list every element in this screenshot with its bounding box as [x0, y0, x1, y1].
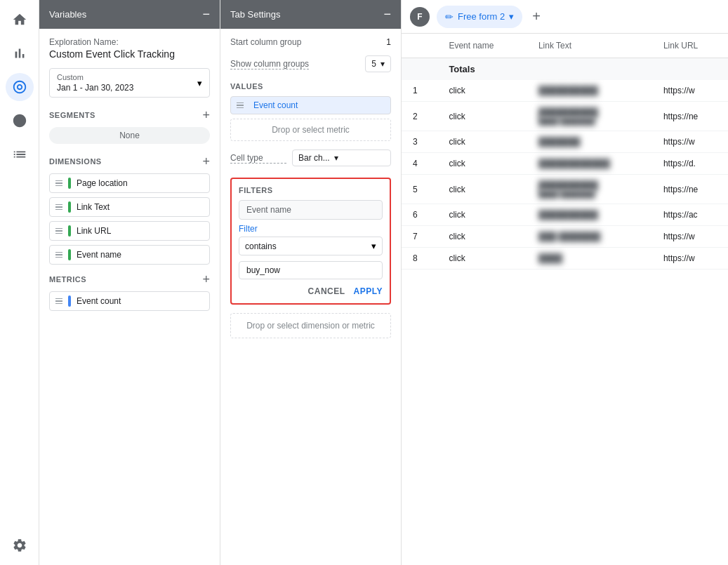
add-segment-button[interactable]: + — [202, 109, 210, 121]
col-header-link-text: Link Text — [527, 34, 652, 58]
dimension-link-url[interactable]: Link URL — [49, 221, 210, 241]
link-url-4[interactable]: https://d. — [652, 153, 728, 175]
date-range-label: Custom — [57, 73, 133, 81]
metric-event-count[interactable]: Event count — [49, 291, 210, 311]
row-num-3: 3 — [402, 131, 437, 153]
show-column-groups-value: 5 — [371, 59, 376, 69]
link-url-3[interactable]: https://w — [652, 131, 728, 153]
segments-section-header: SEGMENTS + — [49, 109, 210, 121]
filter-cancel-button[interactable]: CANCEL — [308, 286, 345, 296]
filter-actions: CANCEL APPLY — [239, 286, 383, 296]
link-text-8: ████ — [527, 248, 652, 270]
home-icon[interactable] — [6, 6, 34, 34]
dimension-event-name[interactable]: Event name — [49, 245, 210, 265]
filter-apply-button[interactable]: APPLY — [354, 286, 383, 296]
tab-settings-header: Tab Settings − — [220, 0, 401, 29]
chevron-down-icon: ▾ — [380, 59, 385, 69]
data-table: Event name Link Text Link URL Totals 1 c… — [402, 34, 728, 270]
totals-label: Totals — [437, 58, 527, 81]
metrics-title: METRICS — [49, 275, 86, 284]
dimensions-section-header: DIMENSIONS + — [49, 155, 210, 168]
drag-handle-link-text — [55, 204, 62, 211]
drop-dimension-box[interactable]: Drop or select dimension or metric — [230, 313, 391, 338]
add-dimension-button[interactable]: + — [202, 155, 210, 168]
add-tab-button[interactable]: + — [525, 6, 548, 28]
event-name-8: click — [437, 248, 527, 270]
start-column-group-label: Start column group — [230, 37, 301, 47]
free-form-tab[interactable]: ✏ Free form 2 ▾ — [437, 6, 522, 28]
dimension-page-location[interactable]: Page location — [49, 173, 210, 193]
main-content: F ✏ Free form 2 ▾ + Event name Link Text… — [402, 0, 728, 565]
filter-operator-chevron-icon: ▾ — [371, 241, 376, 251]
totals-row-empty — [402, 58, 437, 81]
left-navigation — [0, 0, 39, 565]
event-name-7: click — [437, 226, 527, 248]
metrics-section-header: METRICS + — [49, 273, 210, 286]
explore-icon[interactable] — [6, 73, 34, 101]
date-range-selector[interactable]: Custom Jan 1 - Jan 30, 2023 ▾ — [49, 68, 210, 98]
event-count-value-pill[interactable]: Event count — [230, 96, 391, 114]
filter-label: Filter — [239, 224, 383, 234]
tab-settings-minimize-btn[interactable]: − — [383, 7, 391, 22]
link-url-7[interactable]: https://w — [652, 226, 728, 248]
totals-row: Totals — [402, 58, 728, 81]
bar-ch-value: Bar ch... — [298, 153, 330, 163]
show-column-groups-row: Show column groups 5 ▾ — [230, 55, 391, 72]
table-row: 4 click ████████████ https://d. — [402, 153, 728, 175]
add-metric-button[interactable]: + — [202, 273, 210, 286]
event-name-4: click — [437, 153, 527, 175]
chart-icon[interactable] — [6, 39, 34, 67]
data-table-area: Event name Link Text Link URL Totals 1 c… — [402, 34, 728, 565]
cell-type-row: Cell type Bar ch... ▾ — [230, 149, 391, 166]
link-text-2: ██████████ ████ ███████ — [527, 102, 652, 131]
dimension-page-location-label: Page location — [77, 178, 128, 188]
link-url-6[interactable]: https://ac — [652, 204, 728, 226]
filter-value-input[interactable]: buy_now — [239, 261, 383, 279]
drag-handle-event-name — [55, 252, 62, 258]
filter-event-name-field[interactable]: Event name — [239, 200, 383, 220]
pencil-icon: ✏ — [445, 11, 454, 22]
dimension-link-url-label: Link URL — [77, 226, 111, 236]
filter-operator-value: contains — [245, 241, 371, 251]
table-header-row: Event name Link Text Link URL — [402, 34, 728, 58]
col-header-event-name: Event name — [437, 34, 527, 58]
link-url-5[interactable]: https://ne — [652, 175, 728, 204]
link-url-2[interactable]: https://ne — [652, 102, 728, 131]
segments-title: SEGMENTS — [49, 111, 95, 119]
target-icon[interactable] — [6, 107, 34, 135]
totals-link-text — [527, 58, 652, 81]
tab-dropdown-chevron-icon[interactable]: ▾ — [509, 11, 514, 22]
dimensions-title: DIMENSIONS — [49, 157, 102, 166]
link-text-5: ██████████ ████ ███████ — [527, 175, 652, 204]
event-name-1: click — [437, 80, 527, 102]
table-row: 7 click ███ ███████ https://w — [402, 226, 728, 248]
drag-handle-event-count-pill — [237, 102, 244, 109]
filter-operator-dropdown[interactable]: contains ▾ — [239, 237, 383, 255]
cell-type-dropdown[interactable]: Bar ch... ▾ — [292, 149, 391, 166]
variables-minimize-btn[interactable]: − — [202, 7, 210, 22]
drop-metric-box[interactable]: Drop or select metric — [230, 119, 391, 141]
link-text-1: ██████████ — [527, 80, 652, 102]
metric-event-count-label: Event count — [77, 296, 121, 306]
row-num-1: 1 — [402, 80, 437, 102]
segment-none: None — [49, 127, 210, 144]
event-name-5: click — [437, 175, 527, 204]
settings-icon[interactable] — [6, 531, 34, 559]
row-num-2: 2 — [402, 102, 437, 131]
cell-type-chevron-icon: ▾ — [334, 153, 338, 163]
dimension-link-text[interactable]: Link Text — [49, 197, 210, 217]
date-range-chevron-icon: ▾ — [197, 78, 202, 88]
link-text-4: ████████████ — [527, 153, 652, 175]
show-column-groups-dropdown[interactable]: 5 ▾ — [365, 55, 391, 72]
dim-color-link-text — [68, 201, 71, 213]
col-header-link-url: Link URL — [652, 34, 728, 58]
link-text-6: ██████████ — [527, 204, 652, 226]
col-header-row-num — [402, 34, 437, 58]
link-url-1[interactable]: https://w — [652, 80, 728, 102]
exploration-label: Exploration Name: — [49, 37, 210, 47]
start-column-group-row: Start column group 1 — [230, 37, 391, 47]
tab-settings-panel: Tab Settings − Start column group 1 Show… — [220, 0, 402, 565]
link-url-8[interactable]: https://w — [652, 248, 728, 270]
list-icon[interactable] — [6, 140, 34, 168]
dim-color-event-count — [68, 295, 71, 307]
